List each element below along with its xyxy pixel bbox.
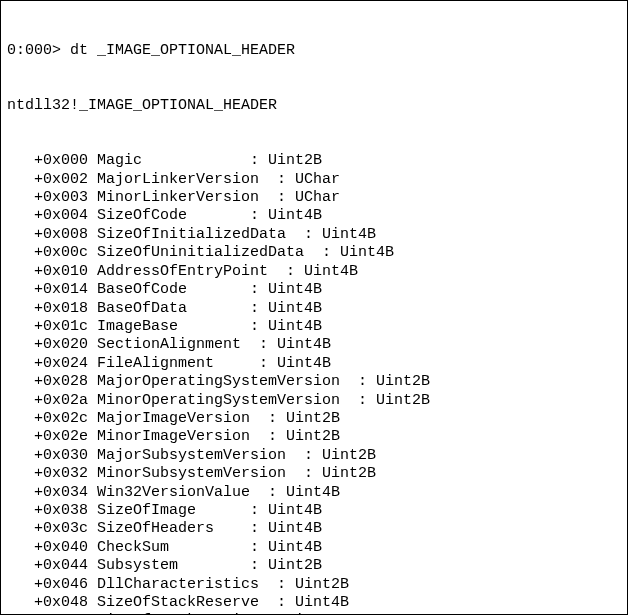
struct-field-row: +0x003 MinorLinkerVersion : UChar [7,189,621,207]
struct-fields: +0x000 Magic : Uint2B +0x002 MajorLinker… [7,152,621,615]
struct-field-row: +0x032 MinorSubsystemVersion : Uint2B [7,465,621,483]
debugger-output-pane[interactable]: 0:000> dt _IMAGE_OPTIONAL_HEADER ntdll32… [0,0,628,615]
struct-field-row: +0x014 BaseOfCode : Uint4B [7,281,621,299]
struct-field-row: +0x046 DllCharacteristics : Uint2B [7,576,621,594]
struct-field-row: +0x038 SizeOfImage : Uint4B [7,502,621,520]
struct-field-row: +0x024 FileAlignment : Uint4B [7,355,621,373]
struct-field-row: +0x018 BaseOfData : Uint4B [7,300,621,318]
struct-field-row: +0x020 SectionAlignment : Uint4B [7,336,621,354]
struct-header-line: ntdll32!_IMAGE_OPTIONAL_HEADER [7,97,621,115]
struct-field-row: +0x004 SizeOfCode : Uint4B [7,207,621,225]
struct-field-row: +0x030 MajorSubsystemVersion : Uint2B [7,447,621,465]
struct-field-row: +0x002 MajorLinkerVersion : UChar [7,171,621,189]
struct-field-row: +0x008 SizeOfInitializedData : Uint4B [7,226,621,244]
struct-field-row: +0x048 SizeOfStackReserve : Uint4B [7,594,621,612]
struct-field-row: +0x028 MajorOperatingSystemVersion : Uin… [7,373,621,391]
struct-field-row: +0x02e MinorImageVersion : Uint2B [7,428,621,446]
prompt-line: 0:000> dt _IMAGE_OPTIONAL_HEADER [7,42,621,60]
struct-field-row: +0x000 Magic : Uint2B [7,152,621,170]
struct-field-row: +0x02c MajorImageVersion : Uint2B [7,410,621,428]
struct-field-row: +0x00c SizeOfUninitializedData : Uint4B [7,244,621,262]
struct-field-row: +0x040 CheckSum : Uint4B [7,539,621,557]
struct-field-row: +0x034 Win32VersionValue : Uint4B [7,484,621,502]
struct-field-row: +0x01c ImageBase : Uint4B [7,318,621,336]
struct-field-row: +0x03c SizeOfHeaders : Uint4B [7,520,621,538]
struct-field-row: +0x044 Subsystem : Uint2B [7,557,621,575]
struct-field-row: +0x010 AddressOfEntryPoint : Uint4B [7,263,621,281]
struct-field-row: +0x02a MinorOperatingSystemVersion : Uin… [7,392,621,410]
